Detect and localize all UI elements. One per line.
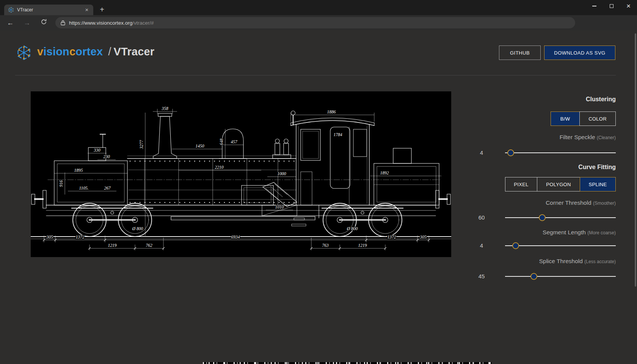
- mode-button-polygon[interactable]: POLYGON: [537, 177, 580, 191]
- dimension-label: 6934: [231, 235, 240, 239]
- dimension-label: Ø 800: [132, 226, 143, 231]
- page-content: visioncortex/VTracer GITHUB DOWNLOAD AS …: [0, 30, 637, 364]
- mode-button-color[interactable]: COLOR: [579, 111, 616, 126]
- splice-threshold-hint: (Less accurate): [584, 259, 616, 264]
- brand-separator: /: [108, 46, 111, 58]
- mode-button-spline[interactable]: SPLINE: [580, 177, 616, 191]
- segment-length-hint: (More coarse): [587, 230, 616, 235]
- corner-threshold-slider: 60: [466, 213, 616, 222]
- browser-titlebar: VTracer × + ×: [0, 0, 637, 15]
- new-tab-button[interactable]: +: [97, 5, 107, 15]
- splice-threshold-value: 45: [466, 272, 497, 281]
- header-divider: [15, 75, 616, 75]
- refresh-icon: [41, 19, 47, 25]
- download-as-svg-button[interactable]: DOWNLOAD AS SVG: [544, 46, 615, 60]
- next-image-top-edge: [203, 362, 492, 364]
- curve-fitting-mode-group: PIXEL POLYGON SPLINE: [505, 177, 616, 191]
- splice-threshold-label: Splice Threshold (Less accurate): [539, 257, 616, 265]
- window-minimize-button[interactable]: [586, 0, 603, 12]
- back-button[interactable]: ←: [5, 18, 15, 28]
- page-scrollbar-thumb[interactable]: [635, 33, 636, 287]
- dimension-label: 762: [146, 243, 152, 248]
- corner-threshold-value: 60: [466, 213, 497, 222]
- segment-length-slider: 4: [466, 242, 616, 250]
- dimension-label: 1886: [327, 110, 336, 114]
- brand-segment: v: [37, 46, 43, 58]
- dimension-label: Ø 800: [347, 226, 358, 231]
- filter-speckle-slider-track[interactable]: [505, 152, 616, 153]
- favicon-visioncortex-icon: [8, 7, 14, 13]
- dimension-label: 763: [322, 243, 329, 248]
- source-image-locomotive-blueprint: 3583277330230189591614506484572210100010…: [31, 91, 451, 257]
- filter-speckle-value: 4: [466, 149, 497, 157]
- url-path: /vtracer/#: [132, 20, 154, 26]
- corner-threshold-label-text: Corner Threshold: [546, 199, 591, 206]
- maximize-icon: [610, 4, 613, 8]
- dimension-label: 1450: [196, 144, 204, 148]
- dimension-label: 2210: [215, 165, 224, 169]
- segment-length-value: 4: [466, 242, 497, 250]
- mode-button-pixel[interactable]: PIXEL: [505, 177, 537, 191]
- app-name: VTracer: [114, 46, 155, 58]
- dimension-label: 267: [104, 186, 111, 190]
- browser-toolbar: ← → https://www.visioncortex.org/vtracer…: [0, 15, 637, 30]
- minimize-icon: [592, 6, 596, 6]
- filter-speckle-label-text: Filter Speckle: [560, 134, 595, 140]
- splice-threshold-slider-thumb[interactable]: [530, 273, 537, 280]
- dimension-label: 1784: [334, 132, 342, 137]
- segment-length-slider-thumb[interactable]: [512, 242, 519, 249]
- url-bar[interactable]: https://www.visioncortex.org/vtracer/#: [55, 17, 575, 28]
- dimension-label: 1895: [74, 168, 83, 173]
- dimension-label: 305: [419, 235, 427, 239]
- forward-button[interactable]: →: [22, 18, 32, 28]
- brand-segment: ortex: [75, 46, 103, 58]
- dimension-label: 330: [93, 148, 100, 152]
- dimension-label: 1892: [380, 171, 389, 175]
- filter-speckle-slider: 4: [466, 149, 616, 157]
- brand-segment: ision: [43, 46, 69, 58]
- url-host: https://www.visioncortex.org: [69, 20, 132, 26]
- corner-threshold-slider-track[interactable]: [505, 217, 616, 218]
- brand-segment: c: [69, 46, 75, 58]
- page-title: visioncortex/VTracer: [37, 42, 154, 61]
- browser-tab[interactable]: VTracer ×: [4, 5, 93, 15]
- dimension-label: 1372: [388, 235, 396, 239]
- corner-threshold-hint: (Smoother): [593, 201, 616, 206]
- dimension-label: 648: [219, 138, 224, 145]
- dimension-label: 1372: [76, 235, 85, 239]
- clustering-heading: Clustering: [586, 95, 616, 104]
- corner-threshold-slider-thumb[interactable]: [539, 214, 546, 221]
- clustering-mode-group: B/W COLOR: [551, 111, 616, 126]
- window-close-button[interactable]: ×: [620, 0, 637, 12]
- mode-button-bw[interactable]: B/W: [551, 111, 580, 126]
- segment-length-label-text: Segment Length: [543, 229, 586, 235]
- blueprint-drawing: 3583277330230189591614506484572210100010…: [31, 91, 451, 257]
- dimension-label: 1219: [108, 243, 117, 248]
- segment-length-slider-track[interactable]: [505, 245, 616, 246]
- close-icon: ×: [626, 2, 631, 9]
- filter-speckle-hint: (Cleaner): [597, 135, 616, 140]
- dimension-label: 3277: [139, 140, 144, 149]
- dimension-label: 1010: [275, 205, 284, 209]
- filter-speckle-label: Filter Speckle (Cleaner): [560, 133, 616, 141]
- window-controls: ×: [586, 0, 637, 12]
- dimension-label: 1000: [278, 171, 286, 176]
- window-maximize-button[interactable]: [603, 0, 620, 12]
- tab-title: VTracer: [17, 7, 83, 13]
- dimension-label: 1105.: [79, 186, 88, 190]
- splice-threshold-slider: 45: [466, 272, 616, 281]
- refresh-button[interactable]: [39, 18, 49, 28]
- tab-close-icon[interactable]: ×: [83, 6, 90, 13]
- dimension-label: 358: [161, 106, 168, 111]
- lock-icon[interactable]: [61, 20, 65, 25]
- curve-fitting-heading: Curve Fitting: [578, 163, 616, 171]
- splice-threshold-label-text: Splice Threshold: [539, 258, 583, 264]
- dimension-label: 457: [231, 140, 238, 144]
- corner-threshold-label: Corner Threshold (Smoother): [546, 199, 616, 207]
- segment-length-label: Segment Length (More coarse): [543, 229, 616, 236]
- dimension-label: 305: [46, 235, 53, 239]
- dimension-label: 1219: [358, 243, 367, 248]
- github-button[interactable]: GITHUB: [499, 46, 541, 60]
- splice-threshold-slider-track[interactable]: [505, 276, 616, 277]
- filter-speckle-slider-thumb[interactable]: [507, 149, 514, 156]
